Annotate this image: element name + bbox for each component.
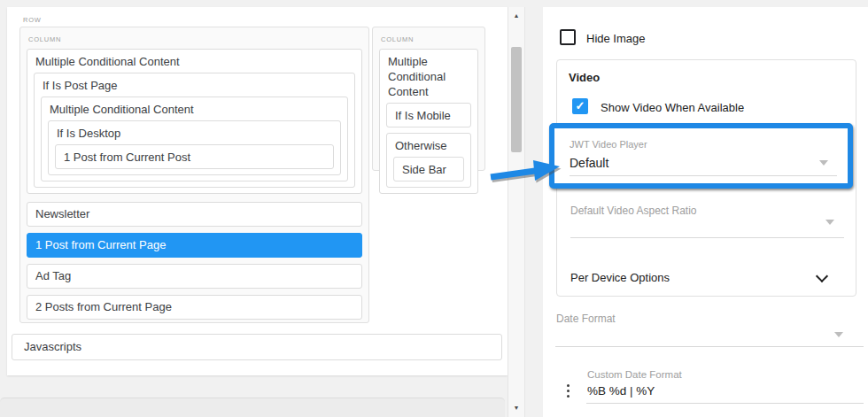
hide-image-checkbox[interactable] — [560, 29, 576, 45]
vertical-scrollbar[interactable]: ▲ ▼ — [508, 7, 525, 417]
column-2-content: Multiple Conditional Content If Is Mobil… — [373, 49, 484, 170]
widget-if-is-mobile[interactable]: If Is Mobile — [386, 103, 471, 127]
widget-title: Multiple Conditional Content — [42, 97, 347, 120]
next-section-edge — [0, 398, 505, 417]
custom-date-format-underline — [586, 403, 864, 404]
jwt-player-dropdown-icon[interactable] — [819, 160, 828, 166]
jwt-player-underline — [570, 175, 837, 176]
per-device-options-label: Per Device Options — [570, 271, 670, 284]
scrollbar-thumb[interactable] — [511, 47, 522, 152]
pointer-arrow-annotation — [484, 154, 565, 193]
layout-canvas: ROW COLUMN Multiple Conditional Content … — [7, 7, 508, 375]
custom-date-format-input[interactable]: %B %d | %Y — [587, 384, 655, 398]
video-section-title: Video — [569, 71, 600, 84]
per-device-expand-icon[interactable] — [816, 270, 828, 282]
widget-if-is-post-page[interactable]: If Is Post Page Multiple Conditional Con… — [34, 73, 355, 188]
custom-date-format-label: Custom Date Format — [587, 369, 682, 380]
widget-title: If Is Mobile — [387, 104, 470, 127]
widget-2-posts-from-current-page[interactable]: 2 Posts from Current Page — [27, 295, 362, 320]
arrow-icon — [484, 154, 565, 189]
column-2-label: COLUMN — [381, 35, 414, 43]
widget-title: Side Bar — [394, 158, 463, 181]
row-label: ROW — [23, 16, 42, 24]
jwt-player-label: JWT Video Player — [570, 139, 647, 150]
widget-1-post-from-current-post[interactable]: 1 Post from Current Post — [55, 144, 334, 169]
widget-title: Otherwise — [387, 134, 470, 157]
widget-ad-tag[interactable]: Ad Tag — [27, 264, 362, 289]
widget-side-bar[interactable]: Side Bar — [393, 157, 464, 181]
hide-image-label: Hide Image — [586, 32, 645, 45]
column-1[interactable]: COLUMN Multiple Conditional Content If I… — [19, 27, 369, 323]
column-1-label: COLUMN — [28, 35, 61, 43]
widget-title: If Is Desktop — [49, 121, 340, 144]
widget-multiple-conditional-content-inner[interactable]: Multiple Conditional Content If Is Deskt… — [41, 97, 348, 181]
widget-title: If Is Post Page — [35, 73, 354, 97]
show-video-checkbox[interactable]: ✓ — [572, 98, 588, 114]
aspect-ratio-label: Default Video Aspect Ratio — [570, 205, 697, 217]
column-1-content: Multiple Conditional Content If Is Post … — [20, 49, 368, 322]
date-format-label: Date Format — [556, 313, 616, 325]
kebab-menu-icon[interactable] — [567, 384, 570, 398]
jwt-player-highlight-annotation: JWT Video Player Default — [549, 123, 853, 189]
show-video-label: Show Video When Available — [601, 101, 744, 114]
scroll-up-icon[interactable]: ▲ — [508, 12, 524, 20]
date-format-dropdown-icon[interactable] — [834, 332, 843, 337]
widget-title: 1 Post from Current Post — [56, 145, 333, 168]
jwt-player-select[interactable]: Default — [570, 156, 608, 170]
aspect-ratio-underline — [570, 237, 844, 238]
widget-javascripts[interactable]: Javascripts — [12, 334, 502, 360]
widget-otherwise[interactable]: Otherwise Side Bar — [386, 133, 471, 188]
widget-title: Multiple Conditional Content — [380, 50, 477, 103]
checkmark-icon: ✓ — [576, 99, 585, 112]
widget-if-is-desktop[interactable]: If Is Desktop 1 Post from Current Post — [48, 120, 341, 175]
widget-multiple-conditional-content-outer[interactable]: Multiple Conditional Content If Is Post … — [27, 49, 362, 194]
widget-title: Multiple Conditional Content — [27, 50, 361, 73]
widget-newsletter[interactable]: Newsletter — [27, 202, 362, 227]
date-format-underline — [555, 346, 864, 347]
widget-1-post-from-current-page-selected[interactable]: 1 Post from Current Page — [27, 233, 362, 258]
settings-inspector-panel: Hide Image Video ✓ Show Video When Avail… — [543, 7, 868, 417]
aspect-ratio-dropdown-icon[interactable] — [825, 220, 834, 225]
widget-multiple-conditional-content[interactable]: Multiple Conditional Content If Is Mobil… — [379, 49, 478, 194]
column-2[interactable]: COLUMN Multiple Conditional Content If I… — [372, 27, 485, 171]
scroll-down-icon[interactable]: ▼ — [508, 404, 524, 413]
